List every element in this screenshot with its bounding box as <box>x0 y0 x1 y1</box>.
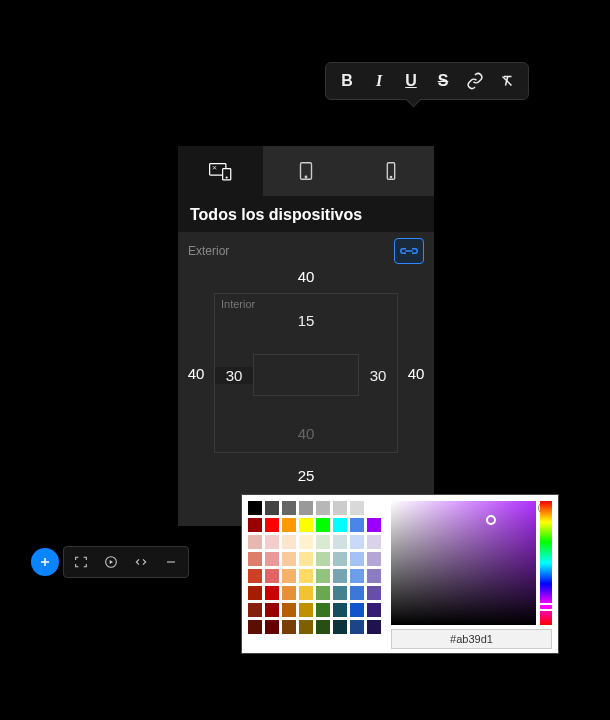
swatch[interactable] <box>282 535 296 549</box>
minimize-icon[interactable] <box>159 550 183 574</box>
strikethrough-button[interactable]: S <box>428 67 458 95</box>
swatch[interactable] <box>316 518 330 532</box>
swatch[interactable] <box>367 586 381 600</box>
italic-button[interactable]: I <box>364 67 394 95</box>
swatch[interactable] <box>299 518 313 532</box>
swatch[interactable] <box>350 518 364 532</box>
hue-slider[interactable] <box>540 501 552 625</box>
text-format-toolbar: B I U S <box>325 62 529 100</box>
swatch[interactable] <box>282 552 296 566</box>
swatch[interactable] <box>299 501 313 515</box>
margin-left-input[interactable]: 40 <box>178 293 214 453</box>
swatch[interactable] <box>299 569 313 583</box>
swatch[interactable] <box>248 518 262 532</box>
swatch[interactable] <box>350 552 364 566</box>
margin-bottom-input[interactable]: 25 <box>178 453 434 488</box>
swatch[interactable] <box>333 501 347 515</box>
outer-label: Exterior <box>188 244 229 258</box>
swatch[interactable] <box>350 620 364 634</box>
swatch[interactable] <box>265 620 279 634</box>
swatch[interactable] <box>333 586 347 600</box>
device-tabs <box>178 146 434 196</box>
margin-top-input[interactable]: 40 <box>178 264 434 293</box>
spacing-box-model: Exterior 40 40 Interior 15 30 30 40 <box>178 232 434 526</box>
play-icon[interactable] <box>99 550 123 574</box>
swatch[interactable] <box>350 501 364 515</box>
swatch[interactable] <box>350 586 364 600</box>
fullscreen-icon[interactable] <box>69 550 93 574</box>
swatch[interactable] <box>282 586 296 600</box>
swatch[interactable] <box>350 569 364 583</box>
tab-all-devices[interactable] <box>178 146 263 196</box>
swatch[interactable] <box>265 518 279 532</box>
padding-right-input[interactable]: 30 <box>359 367 397 384</box>
swatch[interactable] <box>299 586 313 600</box>
swatch[interactable] <box>316 603 330 617</box>
swatch[interactable] <box>248 603 262 617</box>
swatch[interactable] <box>265 569 279 583</box>
swatch[interactable] <box>333 569 347 583</box>
swatch[interactable] <box>333 620 347 634</box>
swatch[interactable] <box>367 535 381 549</box>
swatch[interactable] <box>282 620 296 634</box>
svg-point-2 <box>226 177 227 178</box>
swatch[interactable] <box>299 535 313 549</box>
swatch[interactable] <box>333 603 347 617</box>
swatch[interactable] <box>282 569 296 583</box>
swatch[interactable] <box>333 552 347 566</box>
swatch[interactable] <box>333 535 347 549</box>
swatch[interactable] <box>316 501 330 515</box>
swatch[interactable] <box>265 603 279 617</box>
swatch[interactable] <box>299 552 313 566</box>
swatch[interactable] <box>367 620 381 634</box>
svg-point-4 <box>305 176 306 177</box>
tab-tablet[interactable] <box>263 146 348 196</box>
swatch[interactable] <box>367 569 381 583</box>
swatch[interactable] <box>265 535 279 549</box>
tab-mobile[interactable] <box>349 146 434 196</box>
hex-input[interactable]: #ab39d1 <box>391 629 552 649</box>
padding-box: Interior 15 30 30 40 <box>214 293 398 453</box>
swatch[interactable] <box>282 603 296 617</box>
swatch[interactable] <box>265 501 279 515</box>
code-icon[interactable] <box>129 550 153 574</box>
swatch[interactable] <box>367 518 381 532</box>
saturation-value-box[interactable] <box>391 501 536 625</box>
margin-right-input[interactable]: 40 <box>398 293 434 453</box>
swatch[interactable] <box>333 518 347 532</box>
swatch-grid <box>242 495 387 653</box>
swatch[interactable] <box>282 518 296 532</box>
padding-left-input[interactable]: 30 <box>215 367 253 384</box>
swatch[interactable] <box>248 501 262 515</box>
swatch[interactable] <box>316 620 330 634</box>
inner-label: Interior <box>221 298 255 310</box>
swatch[interactable] <box>316 552 330 566</box>
add-button[interactable] <box>31 548 59 576</box>
swatch[interactable] <box>248 620 262 634</box>
swatch[interactable] <box>248 569 262 583</box>
swatch[interactable] <box>265 586 279 600</box>
sv-cursor <box>486 515 496 525</box>
clear-format-button[interactable] <box>492 67 522 95</box>
swatch[interactable] <box>248 535 262 549</box>
spacing-panel: Todos los dispositivos Exterior 40 40 In… <box>178 146 434 526</box>
swatch[interactable] <box>316 535 330 549</box>
swatch[interactable] <box>265 552 279 566</box>
swatch[interactable] <box>350 603 364 617</box>
swatch[interactable] <box>299 603 313 617</box>
swatch[interactable] <box>316 586 330 600</box>
swatch[interactable] <box>367 501 381 515</box>
bold-button[interactable]: B <box>332 67 362 95</box>
swatch[interactable] <box>350 535 364 549</box>
swatch[interactable] <box>367 603 381 617</box>
link-button[interactable] <box>460 67 490 95</box>
underline-button[interactable]: U <box>396 67 426 95</box>
swatch[interactable] <box>248 586 262 600</box>
swatch[interactable] <box>248 552 262 566</box>
swatch[interactable] <box>316 569 330 583</box>
swatch[interactable] <box>299 620 313 634</box>
swatch[interactable] <box>367 552 381 566</box>
swatch[interactable] <box>282 501 296 515</box>
padding-bottom-input[interactable]: 40 <box>215 415 397 452</box>
link-values-toggle[interactable] <box>394 238 424 264</box>
